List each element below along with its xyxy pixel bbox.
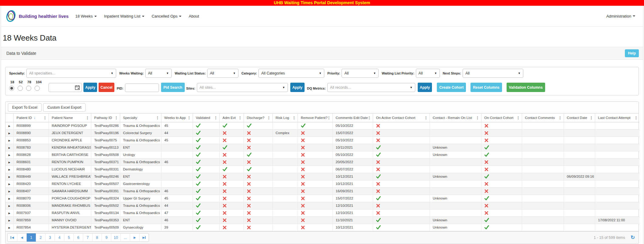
- expand-row-icon[interactable]: ▶: [8, 197, 10, 200]
- column-header-contact-remain-on-list[interactable]: Contact - Remain On List⋮: [430, 114, 481, 122]
- column-menu-icon[interactable]: ⋮: [214, 116, 218, 120]
- expand-row-icon[interactable]: ▶: [8, 205, 10, 207]
- pid-input[interactable]: [125, 84, 159, 92]
- column-header-remove-patient[interactable]: Remove Patient?⋮: [298, 114, 332, 122]
- expand-row-icon[interactable]: ▶: [8, 176, 10, 178]
- sites-apply-button[interactable]: Apply: [290, 83, 305, 92]
- column-menu-icon[interactable]: ⋮: [238, 116, 242, 120]
- column-header-specialty[interactable]: Specialty⋮: [120, 114, 161, 122]
- column-menu-icon[interactable]: ⋮: [86, 116, 89, 120]
- pager-page-7[interactable]: 7: [83, 233, 92, 242]
- pager-page-6[interactable]: 6: [73, 233, 83, 242]
- create-cohort-button[interactable]: Create Cohort: [437, 83, 466, 92]
- column-header-weeks-to-app[interactable]: Weeks to App⋮: [161, 114, 193, 122]
- expand-row-icon[interactable]: ▶: [8, 168, 10, 171]
- column-menu-icon[interactable]: ⋮: [558, 116, 562, 120]
- column-header-comments-edit-date[interactable]: Comments Edit Date⋮: [332, 114, 373, 122]
- column-menu-icon[interactable]: ⋮: [267, 116, 271, 120]
- expand-row-icon[interactable]: ▶: [8, 154, 10, 157]
- pager-page-3[interactable]: 3: [45, 233, 55, 242]
- column-menu-icon[interactable]: ⋮: [517, 116, 520, 120]
- nav-item-inpatient-waiting-list[interactable]: Inpatient Waiting List: [100, 14, 148, 18]
- pager-page-8[interactable]: 8: [92, 233, 102, 242]
- custom-excel-export-button[interactable]: Custom Excel Export: [43, 103, 86, 112]
- column-header-last-contact-attempt[interactable]: Last Contact Attempt⋮: [595, 114, 639, 122]
- pager-page-5[interactable]: 5: [64, 233, 73, 242]
- date-input[interactable]: [49, 83, 82, 92]
- nav-item-administration[interactable]: Administration: [603, 14, 639, 18]
- dq-metrics-select[interactable]: All records...▼: [327, 83, 415, 92]
- pager-prev-button[interactable]: ◀: [17, 233, 26, 242]
- column-menu-icon[interactable]: ⋮: [424, 116, 428, 120]
- expand-row-icon[interactable]: ▶: [8, 161, 10, 164]
- pager-page-10[interactable]: 10: [111, 233, 120, 242]
- cell-discharge: [244, 158, 272, 166]
- column-header-on-contact-cohort[interactable]: On Contact Cohort⋮: [481, 114, 522, 122]
- column-menu-icon[interactable]: ⋮: [634, 116, 638, 120]
- pager-page-9[interactable]: 9: [102, 233, 111, 242]
- column-header-adm-evt[interactable]: Adm Evt⋮: [219, 114, 244, 122]
- sites-select[interactable]: All sites...▼: [197, 83, 288, 92]
- pager-last-button[interactable]: ▶: [139, 233, 149, 242]
- row-expander-cell: ▶: [5, 129, 13, 137]
- help-button[interactable]: Help: [625, 49, 639, 57]
- column-header-patient-name[interactable]: Patient Name⋮: [49, 114, 91, 122]
- nav-item-18-weeks[interactable]: 18 Weeks: [72, 14, 100, 18]
- weeks-radio-52[interactable]: [18, 86, 23, 91]
- column-menu-icon[interactable]: ⋮: [292, 116, 296, 120]
- expand-row-icon[interactable]: ▶: [8, 132, 10, 135]
- expand-row-icon[interactable]: ▶: [8, 226, 10, 229]
- pager-page-2[interactable]: 2: [36, 233, 45, 242]
- filter-select-waiting-list-status[interactable]: All▼: [207, 69, 238, 78]
- nav-item-cancelled-ops[interactable]: Cancelled Ops: [148, 14, 185, 18]
- weeks-radio-78[interactable]: [26, 86, 31, 91]
- column-menu-icon[interactable]: ⋮: [476, 116, 480, 120]
- pager-next-button[interactable]: ▶: [130, 233, 139, 242]
- column-header-validated[interactable]: Validated⋮: [193, 114, 219, 122]
- validation-columns-button[interactable]: Validation Columns: [507, 83, 545, 92]
- weeks-radio-104[interactable]: [35, 86, 40, 91]
- cell-contact-remain-on-list: [430, 209, 481, 216]
- expand-row-icon[interactable]: ▶: [8, 183, 10, 186]
- column-header-patient-id[interactable]: Patient ID↓⋮: [13, 114, 49, 122]
- expand-row-icon[interactable]: ▶: [8, 139, 10, 142]
- filter-select-category[interactable]: All Categories▼: [258, 69, 324, 78]
- expand-row-icon[interactable]: ▶: [8, 219, 10, 222]
- filter-select-waiting-list-priority[interactable]: All▼: [416, 69, 440, 78]
- column-header-on-active-contact-cohort[interactable]: On Active Contact Cohort⋮: [373, 114, 430, 122]
- brand-logo[interactable]: Building healthier lives: [5, 9, 69, 23]
- refresh-icon[interactable]: ↻: [631, 234, 635, 241]
- filter-select-priority[interactable]: All▼: [342, 69, 379, 78]
- column-menu-icon[interactable]: ⋮: [590, 116, 593, 120]
- column-header-contact-date[interactable]: Contact Date⋮: [564, 114, 595, 122]
- expand-row-icon[interactable]: ▶: [8, 147, 10, 149]
- column-header-contact-comments[interactable]: Contact Comments⋮: [522, 114, 564, 122]
- column-menu-icon[interactable]: ⋮: [327, 116, 331, 120]
- column-menu-icon[interactable]: ⋮: [43, 116, 47, 120]
- column-header-discharge[interactable]: Discharge?⋮: [244, 114, 272, 122]
- dq-apply-button[interactable]: Apply: [418, 83, 432, 92]
- column-menu-icon[interactable]: ⋮: [368, 116, 371, 120]
- pid-search-button[interactable]: Pid Search: [161, 83, 185, 92]
- expand-row-icon[interactable]: ▶: [8, 125, 10, 127]
- column-menu-icon[interactable]: ⋮: [187, 116, 191, 120]
- reset-columns-button[interactable]: Reset Columns: [470, 83, 502, 92]
- filter-select-weeks-waiting[interactable]: All▼: [145, 69, 172, 78]
- weeks-radio-18[interactable]: [9, 86, 14, 91]
- apply-button[interactable]: Apply: [83, 83, 97, 92]
- expand-row-icon[interactable]: ▶: [8, 190, 10, 193]
- column-menu-icon[interactable]: ⋮: [156, 116, 160, 120]
- pager-page-1[interactable]: 1: [26, 233, 36, 242]
- export-to-excel-button[interactable]: Export To Excel: [8, 103, 42, 112]
- column-menu-icon[interactable]: ⋮: [115, 116, 118, 120]
- pager-page-4[interactable]: 4: [55, 233, 64, 242]
- pager-first-button[interactable]: ◀: [8, 233, 17, 242]
- filter-select-specialty[interactable]: All specialties...▼: [26, 69, 116, 78]
- cancel-button[interactable]: Cancel: [99, 83, 114, 92]
- column-header-risk-log[interactable]: Risk Log⋮: [272, 114, 298, 122]
- nav-item-about[interactable]: About: [185, 14, 203, 18]
- filter-select-next-steps[interactable]: All▼: [463, 69, 523, 78]
- expand-row-icon[interactable]: ▶: [8, 212, 10, 215]
- column-header-pathway-id[interactable]: Pathway ID⋮: [91, 114, 120, 122]
- pager-more-button[interactable]: ...: [120, 233, 130, 242]
